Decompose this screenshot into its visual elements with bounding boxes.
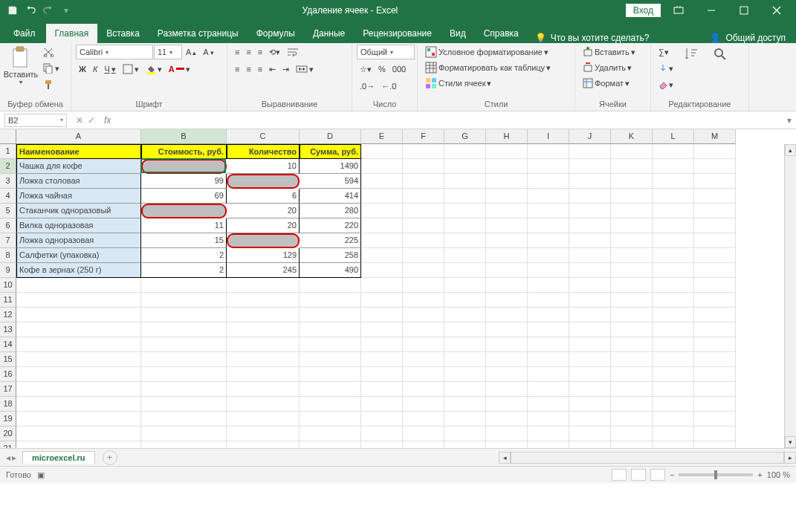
comma-button[interactable]: 000	[389, 62, 409, 77]
cell[interactable]	[569, 337, 611, 352]
cell[interactable]	[141, 278, 227, 293]
cell[interactable]	[444, 248, 486, 263]
cell[interactable]	[300, 426, 361, 441]
column-header[interactable]: E	[361, 129, 403, 144]
cell[interactable]	[361, 426, 403, 441]
cell[interactable]	[611, 426, 653, 441]
cell[interactable]	[16, 322, 141, 337]
cell[interactable]	[486, 278, 528, 293]
cell[interactable]	[569, 218, 611, 233]
cell[interactable]	[444, 144, 486, 159]
bold-button[interactable]: Ж	[76, 62, 89, 77]
cell[interactable]	[444, 367, 486, 382]
align-top-button[interactable]: ≡	[232, 45, 242, 59]
cell[interactable]	[403, 204, 444, 218]
cell[interactable]	[611, 263, 653, 278]
cell[interactable]	[486, 263, 528, 278]
cell[interactable]	[141, 204, 227, 218]
align-middle-button[interactable]: ≡	[243, 45, 253, 59]
cell[interactable]	[141, 412, 227, 426]
cell[interactable]	[141, 308, 227, 322]
cell[interactable]	[227, 337, 300, 352]
cell[interactable]	[694, 218, 736, 233]
cell[interactable]	[694, 263, 736, 278]
cell[interactable]: 20	[227, 204, 300, 218]
cell[interactable]	[653, 322, 694, 337]
cell[interactable]	[694, 293, 736, 308]
cell[interactable]	[141, 352, 227, 367]
row-header[interactable]: 11	[0, 293, 16, 308]
cell[interactable]: 15	[141, 233, 227, 248]
cell[interactable]	[653, 441, 694, 449]
format-table-button[interactable]: Форматировать как таблицу▾	[422, 60, 554, 75]
cell[interactable]	[141, 159, 227, 174]
cell[interactable]	[361, 144, 403, 159]
merge-button[interactable]: ▾	[293, 62, 317, 77]
cell[interactable]	[444, 382, 486, 397]
shrink-font-button[interactable]: A▾	[200, 45, 216, 59]
cell[interactable]	[141, 293, 227, 308]
cell[interactable]	[486, 441, 528, 449]
cell[interactable]	[16, 397, 141, 412]
cell[interactable]	[403, 174, 444, 189]
cell[interactable]	[361, 233, 403, 248]
insert-cells-button[interactable]: Вставить▾	[580, 45, 638, 59]
cell[interactable]	[653, 189, 694, 204]
cell[interactable]	[403, 248, 444, 263]
cell[interactable]: 2	[141, 263, 227, 278]
conditional-format-button[interactable]: Условное форматирование▾	[422, 45, 551, 59]
column-header[interactable]: L	[653, 129, 694, 144]
cell[interactable]	[361, 367, 403, 382]
cell[interactable]	[653, 218, 694, 233]
cell[interactable]	[486, 218, 528, 233]
scroll-down-icon[interactable]: ▾	[785, 436, 796, 448]
cell[interactable]	[141, 337, 227, 352]
cell[interactable]: 69	[141, 189, 227, 204]
cell[interactable]	[528, 382, 569, 397]
cell[interactable]	[694, 441, 736, 449]
minimize-icon[interactable]	[696, 0, 726, 21]
find-select-button[interactable]	[708, 45, 733, 62]
cell[interactable]	[611, 293, 653, 308]
cell[interactable]	[403, 367, 444, 382]
cell-styles-button[interactable]: Стили ячеек▾	[422, 76, 494, 91]
cell[interactable]	[361, 248, 403, 263]
cell[interactable]	[486, 337, 528, 352]
cell[interactable]	[361, 174, 403, 189]
cell[interactable]	[569, 352, 611, 367]
cell[interactable]	[528, 322, 569, 337]
cell[interactable]	[486, 322, 528, 337]
decrease-indent-button[interactable]: ⇤	[266, 62, 279, 77]
cell[interactable]	[227, 352, 300, 367]
cell[interactable]	[653, 367, 694, 382]
scroll-up-icon[interactable]: ▴	[785, 144, 796, 156]
cell[interactable]	[227, 426, 300, 441]
row-header[interactable]: 21	[0, 441, 16, 449]
cell[interactable]	[528, 352, 569, 367]
column-header[interactable]: K	[611, 129, 653, 144]
cell[interactable]	[227, 367, 300, 382]
cell[interactable]	[569, 144, 611, 159]
zoom-in-button[interactable]: +	[757, 470, 762, 479]
cell[interactable]	[569, 248, 611, 263]
cell[interactable]	[528, 278, 569, 293]
cell[interactable]	[611, 412, 653, 426]
cell[interactable]	[528, 367, 569, 382]
macro-record-icon[interactable]: ▣	[37, 470, 45, 480]
cell[interactable]	[611, 174, 653, 189]
cancel-formula-icon[interactable]: ✕	[76, 115, 83, 126]
wrap-text-button[interactable]	[284, 45, 302, 59]
cell[interactable]	[444, 189, 486, 204]
row-header[interactable]: 19	[0, 412, 16, 426]
tab-formulas[interactable]: Формулы	[247, 24, 304, 43]
row-header[interactable]: 5	[0, 204, 16, 218]
column-header[interactable]: H	[486, 129, 528, 144]
cell[interactable]	[694, 248, 736, 263]
cell[interactable]	[227, 293, 300, 308]
cell[interactable]	[569, 397, 611, 412]
cell[interactable]	[486, 174, 528, 189]
cell[interactable]	[528, 144, 569, 159]
cell[interactable]	[444, 204, 486, 218]
cell[interactable]: Наименование	[16, 144, 141, 159]
save-icon[interactable]	[4, 2, 21, 19]
